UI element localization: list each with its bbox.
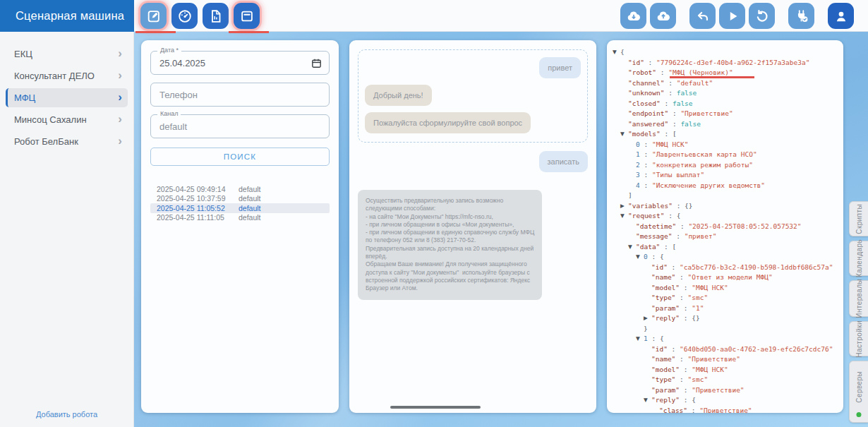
json-line: ▼"request" : {	[613, 211, 839, 222]
json-token: :	[640, 150, 652, 158]
session-result-row[interactable]: 2025-04-25 09:49:14default	[150, 184, 330, 194]
json-tree: ▼{"id" : "7796224c-d3ef-40b4-a962-2f157a…	[607, 40, 843, 413]
json-token: "smc"	[688, 294, 709, 301]
session-result-row[interactable]: 2025-04-25 11:11:05default	[150, 213, 330, 223]
gauge-button[interactable]	[171, 3, 198, 29]
sidebar-item-МФЦ[interactable]: МФЦ›	[6, 88, 128, 107]
phone-field	[150, 83, 330, 107]
json-line: "param" : "1"	[613, 303, 839, 314]
json-token: "default"	[677, 79, 713, 87]
json-token: "640bd050-aa0c-4762-ae19-efc26c7cdc76"	[680, 345, 833, 353]
expand-open-icon[interactable]: ▼	[644, 395, 651, 406]
cloud-upload-button[interactable]	[650, 3, 676, 29]
date-field-label: Дата *	[157, 47, 181, 54]
json-token: :	[640, 181, 652, 189]
channel-input[interactable]	[151, 115, 329, 138]
sidebar-item-label: ЕКЦ	[14, 49, 32, 59]
expand-open-icon[interactable]: ▼	[620, 129, 628, 140]
json-token: "reply"	[651, 396, 680, 404]
json-token: "param"	[651, 304, 680, 312]
json-token: :	[640, 171, 652, 179]
json-line: "id" : "7796224c-d3ef-40b4-a962-2f157a3a…	[613, 58, 839, 68]
json-token: :	[640, 161, 652, 169]
json-token: "2025-04-25T08:05:52.057532"	[688, 222, 801, 230]
json-line: "robot" : "МФЦ (Черновик)"	[613, 68, 839, 78]
expand-open-icon[interactable]: ▼	[620, 211, 628, 222]
json-line: "type" : "smc"	[613, 293, 839, 303]
json-token: "id"	[651, 345, 668, 353]
annotated-json-value: "МФЦ (Черновик)"	[668, 68, 733, 76]
json-line: "datetime" : "2025-04-25T08:05:52.057532…	[613, 222, 839, 232]
session-result-row[interactable]: 2025-04-25 11:05:52default	[150, 203, 330, 213]
calendar-icon[interactable]	[311, 57, 323, 69]
json-line: "model" : "МФЦ НСК"	[613, 283, 839, 294]
json-token: }	[644, 325, 648, 332]
add-robot-link[interactable]: Добавить робота	[0, 410, 133, 419]
side-tab-Настройки[interactable]: Настройки	[849, 321, 868, 356]
side-tab-Серверы[interactable]: Серверы	[849, 361, 868, 423]
phone-input[interactable]	[151, 83, 329, 106]
expand-open-icon[interactable]: ▼	[613, 47, 620, 58]
session-results-list: 2025-04-25 09:49:14default2025-04-25 10:…	[150, 184, 330, 222]
expand-closed-icon[interactable]: ▶	[644, 313, 651, 324]
restore-button[interactable]	[749, 3, 775, 29]
json-line: "name" : "Ответ из модели МФЦ"	[613, 272, 839, 283]
edit-button[interactable]	[140, 3, 167, 29]
json-token: "param"	[651, 386, 680, 394]
user-button[interactable]	[828, 3, 854, 29]
bot-message-bubble: Пожалуйста сформулируйте свой вопрос	[365, 112, 531, 133]
json-token: :	[680, 284, 692, 291]
expand-open-icon[interactable]: ▼	[636, 334, 644, 344]
json-token: :	[664, 79, 676, 87]
json-token: :	[668, 109, 680, 117]
archive-button[interactable]	[234, 3, 260, 29]
side-tab-label: Интервалы	[855, 279, 863, 318]
json-token: :	[672, 232, 684, 240]
search-button[interactable]: ПОИСК	[150, 148, 330, 166]
date-input[interactable]	[151, 52, 329, 74]
top-bar: Сценарная машина	[0, 0, 868, 32]
json-token: :	[680, 304, 692, 312]
undo-button[interactable]	[689, 3, 716, 29]
json-token: "class"	[659, 407, 687, 414]
horizontal-scrollbar[interactable]	[390, 406, 481, 409]
json-token: :	[687, 407, 699, 414]
expand-closed-icon[interactable]: ▶	[620, 201, 628, 212]
json-token: "variables"	[628, 202, 673, 210]
sidebar-item-label: МФЦ	[14, 92, 35, 103]
cloud-download-button[interactable]	[620, 3, 646, 29]
json-token: "привет"	[685, 232, 717, 240]
json-line: "model" : "МФЦ НСК"	[613, 365, 839, 375]
sidebar-item-ЕКЦ[interactable]: ЕКЦ›	[6, 44, 128, 64]
sidebar-item-Консультант ДЕЛО[interactable]: Консультант ДЕЛО›	[6, 66, 128, 85]
user-icon	[833, 8, 849, 24]
sidebar-item-Робот БелБанк[interactable]: Робот БелБанк›	[6, 132, 128, 151]
side-tab-Интервалы[interactable]: Интервалы	[849, 280, 868, 317]
side-tab-label: Настройки	[855, 320, 863, 358]
json-token: : {	[680, 396, 696, 404]
json-line: ▼{	[613, 47, 839, 58]
json-token: :	[675, 273, 687, 281]
expand-open-icon[interactable]: ▼	[636, 252, 644, 263]
side-tab-Скрипты[interactable]: Скрипты	[849, 201, 868, 236]
json-token: "message"	[636, 232, 672, 240]
dialog-panel: приветДобрый день!Пожалуйста сформулируй…	[349, 40, 596, 413]
json-line: }	[613, 324, 839, 335]
json-token: : {	[648, 335, 664, 342]
expand-open-icon[interactable]: ▼	[628, 242, 636, 253]
json-token: "request"	[628, 212, 664, 219]
side-tab-Календарь[interactable]: Календарь	[849, 241, 868, 276]
play-button[interactable]	[719, 3, 745, 29]
session-time: 2025-04-25 11:05:52	[157, 204, 239, 212]
json-token: "models"	[628, 130, 661, 138]
json-token: "model"	[651, 284, 680, 291]
chevron-right-icon: ›	[118, 47, 122, 59]
plug-check-button[interactable]	[788, 3, 814, 29]
sidebar-item-Минсоц Сахалин[interactable]: Минсоц Сахалин›	[6, 110, 128, 129]
json-token: : {	[648, 253, 664, 260]
dialog-session-box: приветДобрый день!Пожалуйста сформулируй…	[358, 49, 588, 143]
cloud-upload-icon	[656, 8, 671, 24]
json-line: ▶"reply" : {}	[613, 313, 839, 324]
session-result-row[interactable]: 2025-04-25 10:37:59default	[150, 194, 330, 204]
document-button[interactable]	[203, 3, 229, 29]
